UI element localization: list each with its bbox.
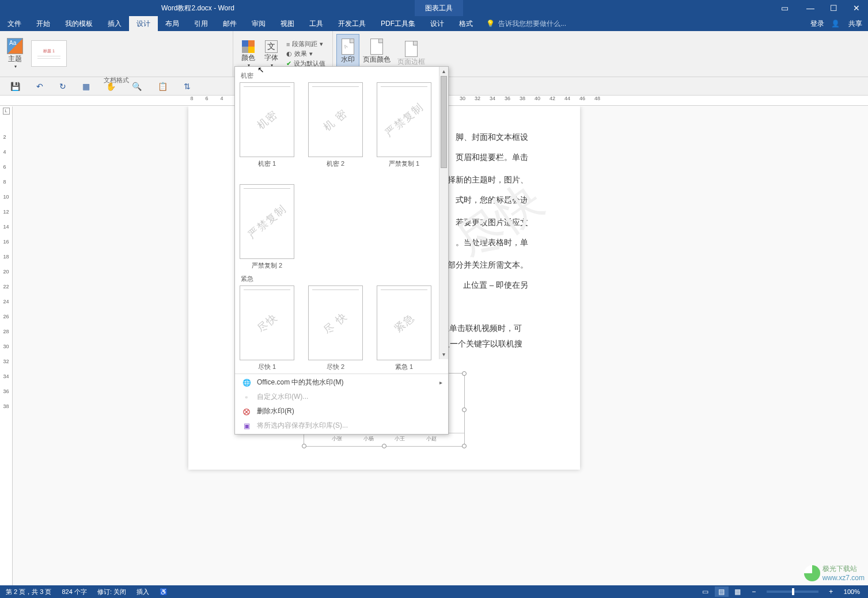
site-watermark: 极光下载站 www.xz7.com	[804, 564, 865, 582]
zoom-in-button[interactable]: +	[824, 586, 838, 597]
login-link[interactable]: 登录	[810, 19, 824, 29]
globe-icon: 🌐	[242, 378, 251, 387]
fonts-icon: 文	[265, 40, 278, 53]
gallery-custom-item[interactable]: ▫自定义水印(W)...	[235, 390, 448, 404]
status-insert[interactable]: 插入	[137, 588, 149, 596]
site-name: 极光下载站	[822, 564, 865, 574]
tab-developer[interactable]: 开发工具	[331, 16, 373, 31]
tab-file[interactable]: 文件	[0, 16, 29, 31]
save-icon: ▣	[242, 421, 251, 431]
share-label: 共享	[848, 20, 862, 28]
gallery-menu: 🌐Office.com 中的其他水印(M)▸ ▫自定义水印(W)... ⨂删除水…	[235, 374, 448, 434]
page-border-label: 页面边框	[397, 57, 425, 67]
watermark-thumb[interactable]: 严禁复制严禁复制 2	[240, 184, 294, 270]
gallery-office-item[interactable]: 🌐Office.com 中的其他水印(M)▸	[235, 375, 448, 390]
gallery-save-label: 将所选内容保存到水印库(S)...	[257, 421, 348, 431]
tell-me-box[interactable]: 💡告诉我您想要做什么...	[480, 16, 572, 31]
status-bar: 第 2 页，共 3 页 824 个字 修订: 关闭 插入 ♿ ▭ ▤ ▦ − +…	[0, 585, 868, 598]
watermark-label: 水印	[341, 55, 355, 64]
view-read-button[interactable]: ▭	[699, 586, 712, 597]
page-border-icon	[405, 41, 418, 57]
minimize-button[interactable]: —	[799, 0, 822, 16]
page-color-icon	[370, 39, 383, 55]
themes-icon	[7, 38, 23, 54]
tab-pdf[interactable]: PDF工具集	[373, 16, 423, 31]
style-title: 标题 1	[43, 48, 55, 54]
share-button[interactable]: 👤 共享	[831, 19, 862, 29]
watermark-thumb[interactable]: 机密机密 1	[240, 82, 294, 168]
tab-insert[interactable]: 插入	[100, 16, 129, 31]
zoom-out-button[interactable]: −	[747, 586, 761, 597]
site-url: www.xz7.com	[822, 574, 865, 582]
gallery-category: 机密	[240, 69, 444, 82]
ruler-corner[interactable]: L	[3, 108, 10, 115]
tab-design[interactable]: 设计	[129, 16, 158, 31]
view-web-button[interactable]: ▦	[731, 586, 745, 597]
scroll-down-icon[interactable]: ▾	[439, 350, 448, 359]
watermark-thumb[interactable]: 紧急紧急 1	[377, 285, 431, 371]
title-bar: Word教程2.docx - Word 图表工具 ▭ — ☐ ✕	[0, 0, 868, 16]
vertical-ruler[interactable]: L 2468101214161820222426283032343638	[0, 106, 13, 585]
tab-references[interactable]: 引用	[187, 16, 215, 31]
colors-label: 颜色	[241, 53, 255, 63]
tab-mytemplates[interactable]: 我的模板	[58, 16, 100, 31]
themes-button[interactable]: 主题 ▾	[3, 33, 26, 74]
tell-me-placeholder: 告诉我您想要做什么...	[498, 19, 566, 29]
effects-label: 效果	[294, 49, 307, 58]
tab-chart-format[interactable]: 格式	[452, 16, 480, 31]
status-words[interactable]: 824 个字	[62, 588, 86, 596]
maximize-button[interactable]: ☐	[822, 0, 845, 16]
document-title: Word教程2.docx - Word	[161, 3, 234, 13]
watermark-thumb[interactable]: 严禁复制严禁复制 1	[377, 82, 431, 168]
tab-chart-design[interactable]: 设计	[423, 16, 452, 31]
gallery-save-item[interactable]: ▣将所选内容保存到水印库(S)...	[235, 418, 448, 433]
ribbon-options-button[interactable]: ▭	[776, 3, 793, 13]
scroll-up-icon[interactable]: ▴	[439, 67, 448, 76]
page-icon: ▫	[242, 393, 251, 402]
paragraph-spacing-button[interactable]: ≡ 段落间距 ▾	[286, 40, 325, 48]
tab-tools[interactable]: 工具	[302, 16, 331, 31]
gallery-remove-item[interactable]: ⨂删除水印(R)	[235, 404, 448, 418]
tab-mail[interactable]: 邮件	[215, 16, 244, 31]
chart-xlabels: 小张小杨小王小赵	[304, 433, 464, 444]
watermark-gallery: 机密 机密机密 1机 密机密 2严禁复制严禁复制 1严禁复制严禁复制 2 紧急 …	[234, 66, 449, 435]
fonts-label: 字体	[264, 53, 278, 63]
context-tool-label: 图表工具	[415, 0, 463, 16]
status-accessibility[interactable]: ♿	[160, 588, 168, 596]
zoom-slider[interactable]	[767, 591, 818, 593]
close-button[interactable]: ✕	[845, 0, 868, 16]
status-page[interactable]: 第 2 页，共 3 页	[6, 588, 51, 596]
watermark-thumb[interactable]: 尽 快尽快 2	[308, 285, 363, 371]
gallery-scrollbar[interactable]: ▴ ▾	[439, 67, 448, 359]
status-track[interactable]: 修订: 关闭	[97, 588, 126, 596]
tab-layout[interactable]: 布局	[158, 16, 187, 31]
scroll-thumb[interactable]	[441, 76, 447, 168]
chevron-down-icon: ▾	[14, 64, 17, 69]
ribbon-tabs: 文件 开始 我的模板 插入 设计 布局 引用 邮件 审阅 视图 工具 开发工具 …	[0, 16, 868, 31]
gallery-custom-label: 自定义水印(W)...	[257, 392, 308, 402]
view-print-button[interactable]: ▤	[715, 586, 729, 597]
logo-icon	[804, 565, 820, 581]
gallery-remove-label: 删除水印(R)	[257, 406, 294, 416]
gallery-category: 紧急	[240, 272, 444, 285]
para-label: 段落间距	[292, 40, 317, 48]
bulb-icon: 💡	[486, 20, 495, 28]
remove-icon: ⨂	[242, 407, 251, 416]
group-label-docformat: 文档格式	[0, 76, 233, 86]
watermark-icon: A	[342, 39, 354, 55]
tab-review[interactable]: 审阅	[244, 16, 273, 31]
effects-button[interactable]: ◐ 效果 ▾	[286, 49, 325, 58]
chevron-right-icon: ▸	[439, 379, 442, 386]
page-color-label: 页面颜色	[363, 55, 391, 64]
tab-home[interactable]: 开始	[29, 16, 58, 31]
doc-style-preview[interactable]: 标题 1	[31, 40, 67, 67]
watermark-thumb[interactable]: 机 密机密 2	[308, 82, 363, 168]
colors-icon	[242, 40, 255, 53]
watermark-thumb[interactable]: 尽快尽快 1	[240, 285, 294, 371]
tab-view[interactable]: 视图	[273, 16, 302, 31]
zoom-level[interactable]: 100%	[844, 588, 860, 595]
gallery-office-label: Office.com 中的其他水印(M)	[257, 378, 343, 387]
themes-label: 主题	[8, 54, 22, 64]
